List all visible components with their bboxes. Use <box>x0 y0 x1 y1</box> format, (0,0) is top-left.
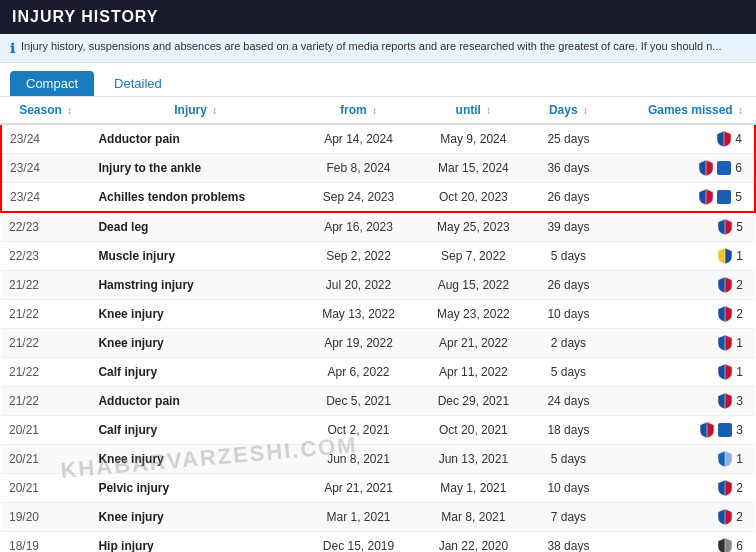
col-season[interactable]: Season ↕ <box>1 97 90 124</box>
shield-icon <box>717 218 733 236</box>
season-cell: 21/22 <box>1 358 90 387</box>
games-cell: 5 <box>606 183 755 213</box>
until-cell: Jun 13, 2021 <box>416 445 531 474</box>
until-cell: Mar 8, 2021 <box>416 503 531 532</box>
games-count: 1 <box>736 249 743 263</box>
games-count: 4 <box>735 132 742 146</box>
games-count: 3 <box>736 423 743 437</box>
col-games[interactable]: Games missed ↕ <box>606 97 755 124</box>
days-cell: 7 days <box>531 503 606 532</box>
games-count: 5 <box>735 190 742 204</box>
table-row: 23/24 Achilles tendon problems Sep 24, 2… <box>1 183 755 213</box>
games-count: 3 <box>736 394 743 408</box>
injury-cell: Knee injury <box>90 300 301 329</box>
injury-cell: Dead leg <box>90 212 301 242</box>
injury-cell: Injury to the ankle <box>90 154 301 183</box>
games-count: 1 <box>736 336 743 350</box>
shield-icon <box>717 392 733 410</box>
injury-cell: Hip injury <box>90 532 301 553</box>
table-row: 22/23 Dead leg Apr 16, 2023 May 25, 2023… <box>1 212 755 242</box>
table-container: KHABARVARZESHI.COM Season ↕ Injury ↕ fro… <box>0 97 756 552</box>
badge-blue <box>718 423 732 437</box>
until-cell: Mar 15, 2024 <box>416 154 531 183</box>
injury-cell: Knee injury <box>90 329 301 358</box>
from-cell: Apr 19, 2022 <box>301 329 416 358</box>
col-days[interactable]: Days ↕ <box>531 97 606 124</box>
table-row: 21/22 Adductor pain Dec 5, 2021 Dec 29, … <box>1 387 755 416</box>
injury-cell: Calf injury <box>90 416 301 445</box>
games-cell: 1 <box>606 358 755 387</box>
until-cell: Aug 15, 2022 <box>416 271 531 300</box>
days-cell: 26 days <box>531 183 606 213</box>
from-cell: Apr 6, 2022 <box>301 358 416 387</box>
tab-compact[interactable]: Compact <box>10 71 94 96</box>
from-cell: May 13, 2022 <box>301 300 416 329</box>
from-cell: Dec 15, 2019 <box>301 532 416 553</box>
injury-table: Season ↕ Injury ↕ from ↕ until ↕ Days ↕ … <box>0 97 756 552</box>
from-cell: Sep 2, 2022 <box>301 242 416 271</box>
injury-cell: Adductor pain <box>90 387 301 416</box>
until-cell: Oct 20, 2023 <box>416 183 531 213</box>
season-cell: 20/21 <box>1 474 90 503</box>
from-cell: Mar 1, 2021 <box>301 503 416 532</box>
games-cell: 6 <box>606 532 755 553</box>
season-cell: 19/20 <box>1 503 90 532</box>
shield-icon <box>717 305 733 323</box>
shield-icon <box>698 159 714 177</box>
days-cell: 5 days <box>531 358 606 387</box>
games-cell: 5 <box>606 212 755 242</box>
until-cell: Jan 22, 2020 <box>416 532 531 553</box>
until-cell: May 9, 2024 <box>416 124 531 154</box>
days-cell: 5 days <box>531 445 606 474</box>
col-until[interactable]: until ↕ <box>416 97 531 124</box>
col-injury[interactable]: Injury ↕ <box>90 97 301 124</box>
from-cell: Apr 16, 2023 <box>301 212 416 242</box>
season-cell: 23/24 <box>1 183 90 213</box>
table-row: 21/22 Calf injury Apr 6, 2022 Apr 11, 20… <box>1 358 755 387</box>
from-cell: Apr 21, 2021 <box>301 474 416 503</box>
until-cell: Apr 21, 2022 <box>416 329 531 358</box>
days-cell: 2 days <box>531 329 606 358</box>
table-row: 20/21 Calf injury Oct 2, 2021 Oct 20, 20… <box>1 416 755 445</box>
col-from[interactable]: from ↕ <box>301 97 416 124</box>
until-cell: May 25, 2023 <box>416 212 531 242</box>
games-count: 2 <box>736 481 743 495</box>
games-cell: 1 <box>606 242 755 271</box>
games-count: 6 <box>735 161 742 175</box>
injury-cell: Adductor pain <box>90 124 301 154</box>
from-cell: Sep 24, 2023 <box>301 183 416 213</box>
games-cell: 4 <box>606 124 755 154</box>
days-cell: 18 days <box>531 416 606 445</box>
until-cell: Dec 29, 2021 <box>416 387 531 416</box>
injury-cell: Hamstring injury <box>90 271 301 300</box>
shield-icon <box>717 508 733 526</box>
games-cell: 1 <box>606 329 755 358</box>
days-cell: 36 days <box>531 154 606 183</box>
info-bar: ℹ Injury history, suspensions and absenc… <box>0 34 756 63</box>
games-count: 6 <box>736 539 743 552</box>
shield-icon <box>717 450 733 468</box>
days-cell: 38 days <box>531 532 606 553</box>
badge-blue <box>717 161 731 175</box>
days-cell: 10 days <box>531 300 606 329</box>
injury-cell: Knee injury <box>90 503 301 532</box>
until-cell: May 1, 2021 <box>416 474 531 503</box>
games-count: 2 <box>736 278 743 292</box>
games-cell: 2 <box>606 474 755 503</box>
shield-icon <box>717 479 733 497</box>
games-cell: 2 <box>606 271 755 300</box>
from-cell: Oct 2, 2021 <box>301 416 416 445</box>
until-cell: Oct 20, 2021 <box>416 416 531 445</box>
injury-cell: Achilles tendon problems <box>90 183 301 213</box>
shield-icon <box>717 363 733 381</box>
tab-detailed[interactable]: Detailed <box>98 71 178 96</box>
days-cell: 24 days <box>531 387 606 416</box>
info-icon: ℹ <box>10 41 15 56</box>
from-cell: Jun 8, 2021 <box>301 445 416 474</box>
games-cell: 1 <box>606 445 755 474</box>
shield-icon <box>717 334 733 352</box>
badge-blue <box>717 190 731 204</box>
season-cell: 22/23 <box>1 242 90 271</box>
table-row: 21/22 Knee injury Apr 19, 2022 Apr 21, 2… <box>1 329 755 358</box>
shield-icon <box>716 130 732 148</box>
